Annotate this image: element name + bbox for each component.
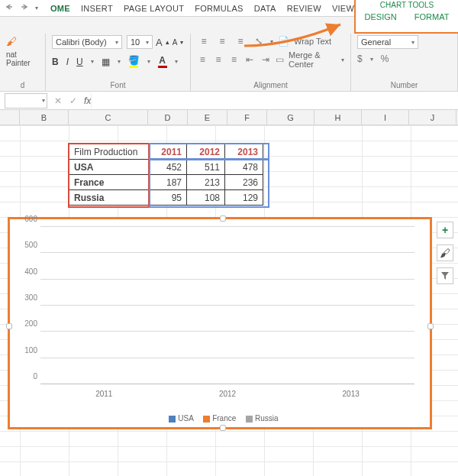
legend-entry: USA	[178, 414, 193, 423]
tab-review[interactable]: REVIEW	[287, 4, 321, 13]
chevron-down-icon: ▾	[411, 39, 414, 46]
tab-formulas[interactable]: FORMULAS	[195, 4, 244, 13]
col-header[interactable]: F	[227, 110, 267, 125]
plot-area[interactable]: 0 100 200 300 400 500 600 2011 2012	[40, 227, 414, 384]
italic-button[interactable]: I	[66, 57, 69, 67]
col-header[interactable]: G	[267, 110, 314, 125]
tab-data[interactable]: DATA	[254, 4, 276, 13]
table-year-cell[interactable]: 2012	[187, 144, 225, 160]
merge-center-label: Merge & Center	[289, 50, 337, 69]
format-painter-icon[interactable]: 🖌	[6, 35, 39, 47]
col-header[interactable]: J	[409, 110, 456, 125]
tab-design[interactable]: DESIGN	[365, 12, 397, 21]
formula-input[interactable]	[91, 93, 458, 108]
y-tick-label: 500	[18, 241, 37, 249]
align-left-button[interactable]: ≡	[197, 53, 208, 66]
x-tick-label: 2013	[343, 390, 360, 398]
font-size-value: 10	[131, 37, 140, 47]
font-name-combo[interactable]: Calibri (Body) ▾	[52, 35, 122, 49]
grow-font-button[interactable]: A	[156, 37, 163, 48]
fill-color-button[interactable]: 🪣	[128, 55, 140, 68]
data-table: Film Production 2011 2012 2013 USA 452 5…	[69, 144, 263, 206]
table-value-cell[interactable]: 213	[187, 175, 225, 190]
table-value-cell[interactable]: 187	[149, 175, 187, 190]
underline-button[interactable]: U	[76, 57, 83, 67]
align-bottom-button[interactable]: ≡	[234, 35, 247, 47]
merge-icon[interactable]: ▭	[276, 54, 284, 65]
enter-button[interactable]: ✓	[66, 96, 81, 106]
tab-home[interactable]: OME	[50, 4, 70, 13]
wrap-text-label: Wrap Text	[294, 37, 331, 46]
table-title-cell[interactable]: Film Production	[69, 144, 149, 160]
percent-button[interactable]: %	[381, 53, 389, 64]
col-header[interactable]: D	[148, 110, 188, 125]
col-header[interactable]: E	[188, 110, 227, 125]
table-value-cell[interactable]: 511	[187, 160, 225, 175]
chart-object[interactable]: 0 100 200 300 400 500 600 2011 2012	[8, 217, 432, 429]
chevron-down-icon: ▾	[115, 39, 118, 46]
font-name-value: Calibri (Body)	[56, 37, 107, 47]
funnel-icon	[440, 271, 450, 280]
worksheet-grid[interactable]: Film Production 2011 2012 2013 USA 452 5…	[0, 125, 458, 476]
number-group-label: Number	[357, 81, 451, 91]
indent-increase-button[interactable]: ⇥	[260, 53, 271, 66]
table-value-cell[interactable]: 108	[187, 190, 225, 206]
tab-view[interactable]: VIEW	[332, 4, 354, 13]
tab-page-layout[interactable]: PAGE LAYOUT	[124, 4, 184, 13]
x-tick-label: 2011	[95, 390, 112, 398]
y-tick-label: 0	[18, 372, 37, 380]
legend-entry: Russia	[255, 414, 279, 423]
clipboard-group-label: d	[6, 81, 39, 91]
table-value-cell[interactable]: 478	[225, 160, 263, 175]
table-value-cell[interactable]: 129	[225, 190, 263, 206]
table-country-cell[interactable]: USA	[69, 160, 149, 175]
table-value-cell[interactable]: 452	[149, 160, 187, 175]
align-right-button[interactable]: ≡	[228, 53, 240, 66]
fx-button[interactable]: fx	[81, 96, 91, 106]
currency-button[interactable]: $	[357, 53, 363, 64]
col-header[interactable]: B	[20, 110, 69, 125]
col-header[interactable]: I	[362, 110, 409, 125]
orientation-button[interactable]: ⤡	[252, 35, 266, 47]
tab-insert[interactable]: INSERT	[81, 4, 113, 13]
undo-icon[interactable]	[5, 2, 14, 14]
table-year-cell[interactable]: 2013	[225, 144, 263, 160]
select-all-corner[interactable]	[0, 110, 20, 125]
border-button[interactable]: ▦	[102, 57, 110, 67]
col-header[interactable]: H	[314, 110, 362, 125]
font-group-label: Font	[52, 81, 184, 91]
table-country-cell[interactable]: Russia	[69, 190, 149, 206]
y-tick-label: 100	[18, 345, 37, 354]
x-tick-label: 2012	[219, 390, 236, 398]
chart-elements-button[interactable]: +	[437, 222, 453, 238]
number-format-combo[interactable]: General ▾	[357, 35, 418, 49]
align-middle-button[interactable]: ≡	[215, 35, 229, 47]
indent-decrease-button[interactable]: ⇤	[244, 53, 256, 66]
redo-icon[interactable]	[20, 2, 29, 14]
context-title: CHART TOOLS	[356, 0, 458, 9]
bold-button[interactable]: B	[52, 57, 59, 67]
format-painter-label: nat Painter	[6, 50, 39, 67]
cancel-button[interactable]: ✕	[50, 96, 66, 106]
col-header[interactable]: C	[69, 110, 148, 125]
tab-format[interactable]: FORMAT	[414, 12, 450, 21]
table-year-cell[interactable]: 2011	[149, 144, 187, 160]
chart-tools-context: CHART TOOLS DESIGN FORMAT	[354, 0, 458, 34]
y-tick-label: 300	[18, 293, 37, 302]
align-center-button[interactable]: ≡	[213, 53, 224, 66]
table-value-cell[interactable]: 95	[149, 190, 187, 206]
number-format-value: General	[361, 37, 391, 47]
qa-dropdown-icon[interactable]: ▾	[35, 5, 38, 11]
font-color-button[interactable]: A	[158, 55, 167, 68]
chart-styles-button[interactable]: 🖌	[437, 244, 453, 261]
align-top-button[interactable]: ≡	[197, 35, 211, 47]
chart-legend[interactable]: USA France Russia	[10, 411, 430, 423]
wrap-text-icon[interactable]: 📄	[278, 36, 289, 47]
table-value-cell[interactable]: 236	[225, 175, 263, 190]
chart-filters-button[interactable]	[437, 267, 453, 284]
table-country-cell[interactable]: France	[69, 175, 149, 190]
name-box[interactable]: ▾	[5, 93, 47, 108]
y-tick-label: 600	[18, 215, 37, 223]
shrink-font-button[interactable]: A	[173, 38, 178, 47]
font-size-combo[interactable]: 10 ▾	[127, 35, 153, 49]
